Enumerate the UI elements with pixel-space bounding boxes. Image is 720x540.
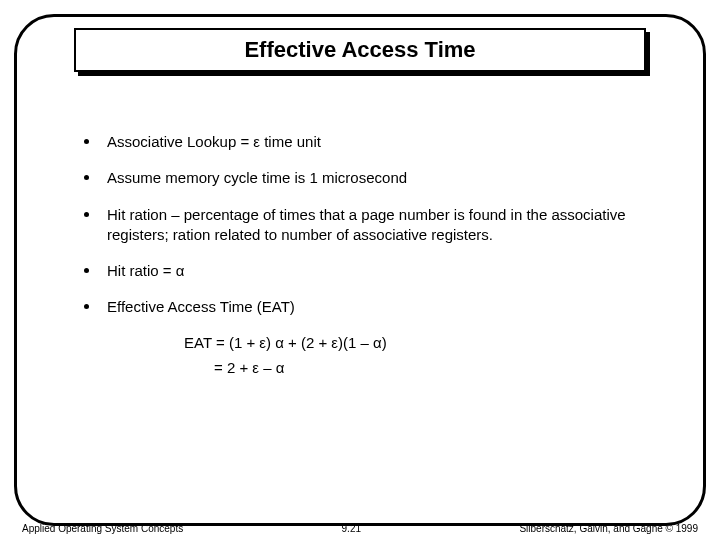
footer-left: Applied Operating System Concepts: [22, 523, 183, 534]
bullet-item: Effective Access Time (EAT): [84, 297, 660, 317]
footer-center: 9.21: [342, 523, 361, 534]
equation-line-1: EAT = (1 + ε) α + (2 + ε)(1 – α): [184, 334, 660, 351]
bullet-item: Assume memory cycle time is 1 microsecon…: [84, 168, 660, 188]
bullet-dot-icon: [84, 212, 89, 217]
slide-title-box: Effective Access Time: [74, 28, 646, 72]
bullet-text: Effective Access Time (EAT): [107, 297, 295, 317]
content-area: Associative Lookup = ε time unit Assume …: [84, 132, 660, 384]
bullet-text: Assume memory cycle time is 1 microsecon…: [107, 168, 407, 188]
bullet-dot-icon: [84, 304, 89, 309]
bullet-text: Hit ratio = α: [107, 261, 184, 281]
bullet-item: Hit ratio = α: [84, 261, 660, 281]
slide-footer: Applied Operating System Concepts 9.21 S…: [22, 523, 698, 534]
equation-block: EAT = (1 + ε) α + (2 + ε)(1 – α) = 2 + ε…: [184, 334, 660, 376]
bullet-text: Hit ration – percentage of times that a …: [107, 205, 660, 246]
slide-title: Effective Access Time: [244, 37, 475, 63]
bullet-dot-icon: [84, 175, 89, 180]
footer-right: Silberschatz, Galvin, and Gagne © 1999: [519, 523, 698, 534]
equation-line-2: = 2 + ε – α: [214, 359, 660, 376]
title-front: Effective Access Time: [74, 28, 646, 72]
bullet-text: Associative Lookup = ε time unit: [107, 132, 321, 152]
bullet-item: Hit ration – percentage of times that a …: [84, 205, 660, 246]
bullet-item: Associative Lookup = ε time unit: [84, 132, 660, 152]
bullet-dot-icon: [84, 139, 89, 144]
bullet-dot-icon: [84, 268, 89, 273]
